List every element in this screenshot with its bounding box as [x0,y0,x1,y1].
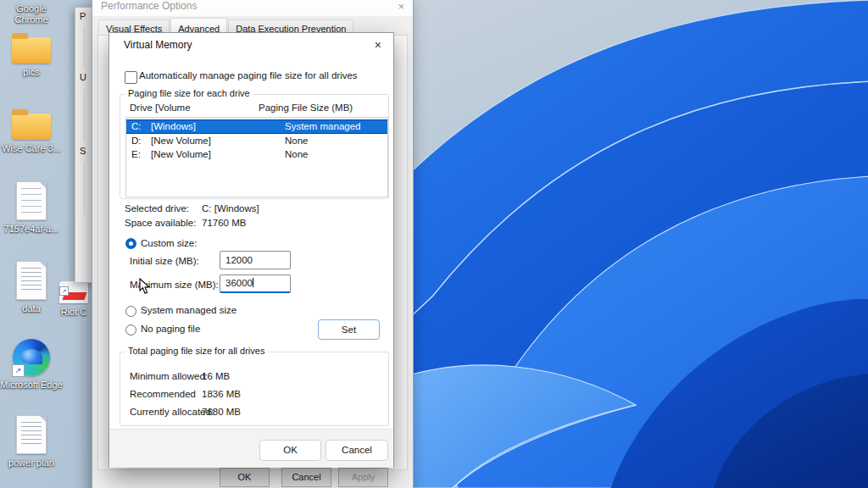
document-icon [16,261,47,300]
set-button[interactable]: Set [318,319,380,340]
wallpaper-bloom [398,0,868,488]
mouse-cursor [139,278,151,295]
folder-icon [12,114,51,140]
system-managed-label: System managed size [141,305,236,315]
close-icon[interactable]: × [398,0,404,13]
cancel-button[interactable]: Cancel [281,468,331,487]
shortcut-arrow-icon: ↗ [12,364,25,377]
dialog-title: Virtual Memory [124,39,192,51]
groupbox-edge [84,89,85,141]
column-header-size: Paging File Size (MB) [259,103,353,113]
desktop-icon-google-chrome[interactable]: Google Chrome [0,0,63,25]
groupbox-edge [84,162,85,214]
apply-button[interactable]: Apply [338,468,388,487]
document-icon [16,415,47,454]
icon-label: 7157e4af-a... [0,224,63,235]
group-label: Total paging file size for all drives [125,346,268,356]
cancel-button[interactable]: Cancel [326,440,388,461]
section-letter: S [80,146,86,156]
drive-row-d[interactable]: D: [New Volume] None [126,134,387,147]
virtual-memory-dialog: Virtual Memory × Automatically manage pa… [108,32,394,468]
drive-row-e[interactable]: E: [New Volume] None [126,147,387,161]
drive-row-c[interactable]: C: [Windows] System managed [126,119,387,134]
icon-label: Google Chrome [0,3,63,25]
virtual-memory-titlebar: Virtual Memory × [109,33,393,56]
custom-size-label: Custom size: [141,238,197,248]
desktop-icon-wisecare[interactable]: Wise Care 3... [0,108,63,154]
initial-size-label: Initial size (MB): [130,256,199,266]
ok-button[interactable]: OK [259,440,321,461]
column-header-drive: Drive [Volume [130,103,191,113]
selected-drive-value: C: [Windows] [202,203,259,214]
shortcut-arrow-icon: ↗ [59,286,69,296]
window-title: Performance Options [101,0,197,12]
system-managed-radio[interactable] [125,306,136,317]
auto-manage-label: Automatically manage paging file size fo… [139,70,358,80]
no-paging-file-label: No paging file [141,324,200,334]
section-letter: P [80,11,86,21]
edge-icon: ↗ [13,339,50,376]
section-letter: U [80,72,86,82]
maximum-size-input[interactable]: 36000 [220,274,291,293]
custom-size-radio[interactable] [125,238,136,249]
ok-button[interactable]: OK [220,468,270,487]
drive-list[interactable]: C: [Windows] System managed D: [New Volu… [125,117,388,197]
icon-label: Microsoft Edge [0,380,63,391]
dialog-footer: OK Cancel [109,429,393,468]
desktop-icon-microsoft-edge[interactable]: ↗ Microsoft Edge [0,339,63,391]
space-available-label: Space available: [125,218,196,228]
riot-client-icon: ↗ [59,281,88,303]
icon-label: power plan [0,458,63,469]
folder-icon [12,37,51,64]
recommended-value: 1836 MB [202,389,241,399]
icon-label: Wise Care 3... [0,143,63,154]
desktop-icon-7157e4af[interactable]: 7157e4af-a... [0,181,63,235]
performance-options-titlebar: Performance Options × [92,0,413,16]
groupbox-edge [84,26,85,67]
auto-manage-checkbox[interactable] [125,71,137,84]
close-icon[interactable]: × [375,38,381,52]
no-paging-file-radio[interactable] [125,324,136,336]
desktop: { "colors": { "accent": "#0067c0", "list… [0,0,868,488]
minimum-allowed-label: Minimum allowed: [130,371,208,381]
icon-label: pics [0,67,63,78]
space-available-value: 71760 MB [202,218,246,228]
text-caret [253,278,253,287]
minimum-allowed-value: 16 MB [202,371,230,381]
document-icon [16,181,47,220]
desktop-icon-pics[interactable]: pics [0,32,63,78]
recommended-label: Recommended [130,389,196,399]
desktop-icon-power-plan[interactable]: power plan [0,415,63,469]
group-label: Paging file size for each drive [125,88,253,98]
selected-drive-label: Selected drive: [125,203,189,214]
initial-size-input[interactable]: 12000 [220,251,291,269]
currently-allocated-value: 7680 MB [202,407,241,417]
